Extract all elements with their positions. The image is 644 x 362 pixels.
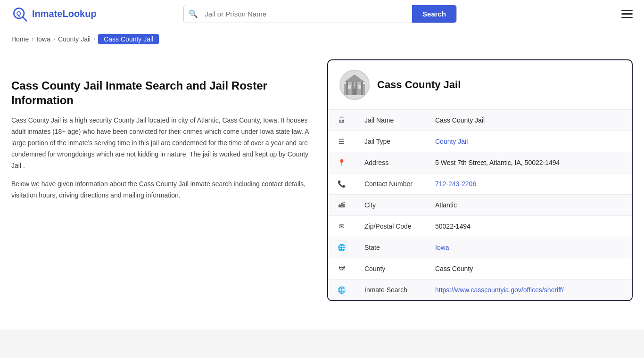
svg-rect-9 — [346, 82, 348, 95]
row-value: Iowa — [426, 237, 632, 258]
table-row: 🌐Inmate Searchhttps://www.casscountyia.g… — [328, 280, 632, 301]
row-label: Jail Type — [355, 131, 426, 152]
table-row: 🏙CityAtlantic — [328, 195, 632, 216]
hamburger-line-2 — [621, 13, 633, 15]
hamburger-line-1 — [621, 10, 633, 11]
table-row: 🌐StateIowa — [328, 237, 632, 258]
table-row: ✉Zip/Postal Code50022-1494 — [328, 216, 632, 237]
breadcrumb-iowa[interactable]: Iowa — [36, 35, 50, 43]
row-icon: 📞 — [328, 173, 355, 195]
row-icon: 🗺 — [328, 258, 355, 280]
jail-avatar — [339, 70, 370, 100]
row-icon: 🌐 — [328, 237, 355, 258]
row-label: County — [355, 258, 426, 280]
info-card: Cass County Jail 🏛Jail NameCass County J… — [327, 59, 633, 301]
row-value-link[interactable]: 712-243-2206 — [435, 180, 476, 188]
main-layout: Cass County Jail Inmate Search and Jail … — [0, 50, 644, 311]
row-label: State — [355, 237, 426, 258]
svg-rect-11 — [355, 82, 357, 95]
row-label: Inmate Search — [355, 280, 426, 301]
svg-text:Q: Q — [17, 10, 21, 16]
card-header: Cass County Jail — [328, 60, 632, 110]
hamburger-menu[interactable] — [621, 10, 633, 18]
table-row: 🗺CountyCass County — [328, 258, 632, 280]
search-button[interactable]: Search — [412, 5, 456, 23]
breadcrumb-active: Cass County Jail — [98, 34, 159, 44]
row-label: Address — [355, 152, 426, 173]
breadcrumb-county-jail[interactable]: County Jail — [58, 35, 91, 43]
row-value: 5 West 7th Street, Atlantic, IA, 50022-1… — [426, 152, 632, 173]
row-icon: 🏛 — [328, 110, 355, 131]
row-icon: 🏙 — [328, 195, 355, 216]
svg-rect-12 — [361, 82, 363, 95]
left-content: Cass County Jail Inmate Search and Jail … — [11, 59, 313, 301]
row-value-link[interactable]: County Jail — [435, 138, 468, 145]
search-input[interactable] — [203, 5, 412, 23]
svg-rect-8 — [358, 85, 361, 89]
row-label: Contact Number — [355, 173, 426, 195]
page-description-1: Cass County Jail is a high security Coun… — [11, 115, 313, 171]
chevron-icon-2: › — [53, 36, 55, 42]
row-icon: 📍 — [328, 152, 355, 173]
svg-rect-10 — [352, 82, 354, 95]
footer — [0, 329, 644, 358]
breadcrumb: Home › Iowa › County Jail › Cass County … — [0, 28, 644, 50]
logo-text: InmateLookup — [32, 8, 97, 19]
row-value-link[interactable]: Iowa — [435, 244, 449, 251]
row-label: Jail Name — [355, 110, 426, 131]
row-value: https://www.casscountyia.gov/offices/she… — [426, 280, 632, 301]
row-value: Cass County — [426, 258, 632, 280]
page-title: Cass County Jail Inmate Search and Jail … — [11, 78, 313, 107]
card-title: Cass County Jail — [377, 79, 461, 91]
hamburger-line-3 — [621, 17, 633, 18]
row-value-link[interactable]: https://www.casscountyia.gov/offices/she… — [435, 286, 564, 294]
search-icon: 🔍 — [184, 9, 203, 18]
info-table: 🏛Jail NameCass County Jail☰Jail TypeCoun… — [328, 110, 632, 300]
row-value: Atlantic — [426, 195, 632, 216]
row-label: Zip/Postal Code — [355, 216, 426, 237]
row-icon: 🌐 — [328, 280, 355, 301]
row-value: 712-243-2206 — [426, 173, 632, 195]
table-row: 📞Contact Number712-243-2206 — [328, 173, 632, 195]
row-value: 50022-1494 — [426, 216, 632, 237]
logo-icon: Q — [11, 6, 28, 23]
page-description-2: Below we have given information about th… — [11, 179, 313, 201]
row-label: City — [355, 195, 426, 216]
breadcrumb-home[interactable]: Home — [11, 35, 29, 43]
logo-link[interactable]: Q InmateLookup — [11, 6, 97, 23]
chevron-icon-1: › — [32, 36, 33, 42]
row-icon: ☰ — [328, 131, 355, 152]
svg-marker-5 — [344, 74, 365, 82]
table-row: ☰Jail TypeCounty Jail — [328, 131, 632, 152]
svg-line-1 — [23, 17, 26, 21]
row-icon: ✉ — [328, 216, 355, 237]
table-row: 📍Address5 West 7th Street, Atlantic, IA,… — [328, 152, 632, 173]
search-bar: 🔍 Search — [183, 5, 457, 23]
site-header: Q InmateLookup 🔍 Search — [0, 0, 644, 28]
chevron-icon-3: › — [93, 36, 95, 42]
row-value: County Jail — [426, 131, 632, 152]
row-value: Cass County Jail — [426, 110, 632, 131]
table-row: 🏛Jail NameCass County Jail — [328, 110, 632, 131]
svg-rect-7 — [348, 85, 351, 89]
